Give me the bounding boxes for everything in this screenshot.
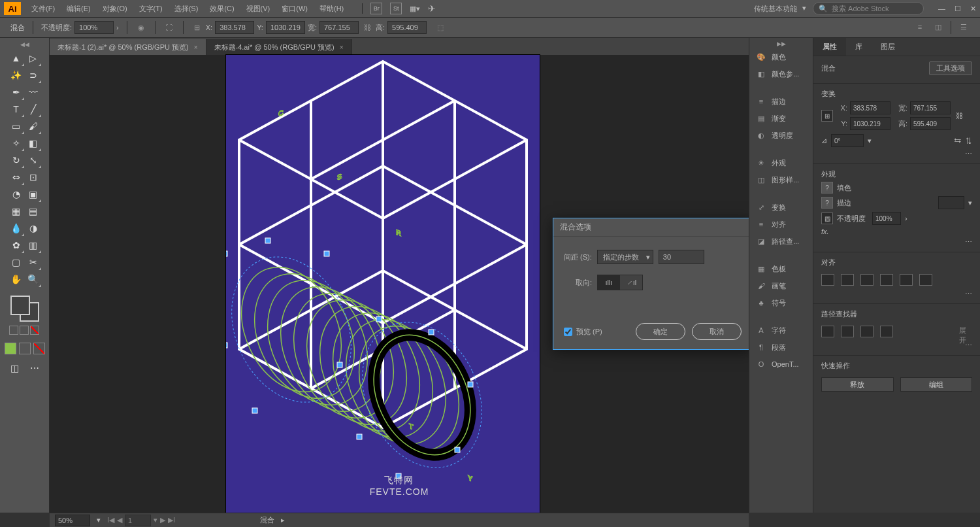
reference-point-icon[interactable]: ⊞ <box>191 22 203 33</box>
arrange-docs-icon[interactable]: ▦▾ <box>410 5 420 13</box>
angle-input[interactable]: 0° <box>831 134 864 147</box>
pathfinder-intersect-icon[interactable] <box>860 326 874 337</box>
menu-object[interactable]: 对象(O) <box>97 1 133 16</box>
window-close[interactable]: ✕ <box>970 5 976 13</box>
shear-icon[interactable]: ⬚ <box>434 22 446 33</box>
pathfinder-minus-icon[interactable] <box>841 326 854 337</box>
align-right-icon[interactable] <box>860 274 874 286</box>
spacing-value-input[interactable]: 30 <box>659 250 704 264</box>
panel-symbols[interactable]: ♣符号 <box>749 294 813 311</box>
prev-artboard-icon[interactable]: ◀ <box>117 516 122 524</box>
panel-transparency[interactable]: ◐透明度 <box>749 127 813 144</box>
last-artboard-icon[interactable]: ▶I <box>168 516 175 524</box>
draw-normal[interactable] <box>5 343 16 354</box>
panel-align[interactable]: ≡对齐 <box>749 216 813 233</box>
mesh-tool[interactable]: ▦ <box>8 203 25 220</box>
stock-icon[interactable]: St <box>390 3 402 14</box>
recolor-icon[interactable]: ◉ <box>135 22 147 33</box>
x-input[interactable]: 383.578 <box>215 21 254 34</box>
tab-properties[interactable]: 属性 <box>813 38 846 56</box>
hand-tool[interactable]: ✋ <box>8 271 25 288</box>
line-tool[interactable]: ╱ <box>25 101 42 118</box>
artboard-number-input[interactable]: 1 <box>125 515 151 526</box>
more-options-icon[interactable]: ⋯ <box>965 341 972 349</box>
scale-tool[interactable]: ⤡ <box>25 152 42 169</box>
fx-icon[interactable]: fx. <box>821 228 829 235</box>
stroke-swatch-icon[interactable]: ? <box>821 197 833 209</box>
h-input[interactable]: 595.409 <box>387 21 427 34</box>
slice-tool[interactable]: ✂ <box>25 254 42 271</box>
group-button[interactable]: 编组 <box>900 377 973 392</box>
pen-tool[interactable]: ✒ <box>8 84 25 101</box>
menu-file[interactable]: 文件(F) <box>26 1 60 16</box>
tools-collapse[interactable]: ◀◀ <box>0 41 49 48</box>
window-maximize[interactable]: ☐ <box>955 5 961 13</box>
prop-opacity-input[interactable]: 100% <box>872 212 901 225</box>
align-bottom-icon[interactable] <box>919 274 932 286</box>
panel-pathfinder[interactable]: ◪路径查... <box>749 233 813 250</box>
curvature-tool[interactable]: 〰 <box>25 84 42 101</box>
close-tab-icon[interactable]: × <box>340 44 344 51</box>
dock-collapse[interactable]: ▶▶ <box>749 41 813 48</box>
rotate-tool[interactable]: ↻ <box>8 152 25 169</box>
selection-tool[interactable]: ▲ <box>8 50 25 67</box>
menu-effect[interactable]: 效果(C) <box>204 1 239 16</box>
align-hcenter-icon[interactable] <box>841 274 854 286</box>
menu-help[interactable]: 帮助(H) <box>314 1 349 16</box>
window-minimize[interactable]: — <box>938 5 945 13</box>
pathfinder-unite-icon[interactable] <box>821 326 834 337</box>
cancel-button[interactable]: 取消 <box>692 323 742 340</box>
shape-builder-tool[interactable]: ◔ <box>8 186 25 203</box>
panel-menu-icon[interactable]: ☰ <box>958 21 970 33</box>
prop-w-input[interactable]: 767.155 <box>910 101 951 114</box>
menu-edit[interactable]: 编辑(E) <box>61 1 96 16</box>
more-options-icon[interactable]: ⋯ <box>965 238 972 246</box>
preview-checkbox[interactable]: 预览 (P) <box>564 327 602 337</box>
canvas[interactable]: 未标题-1 (2).ai* @ 50% (RGB/GPU 预览) × 未标题-4… <box>50 38 749 513</box>
stroke-weight-input[interactable] <box>938 196 964 209</box>
y-input[interactable]: 1030.219 <box>266 21 305 34</box>
artboard-chevron[interactable]: ▾ <box>154 516 157 524</box>
w-input[interactable]: 767.155 <box>319 21 359 34</box>
draw-behind[interactable] <box>19 343 31 354</box>
panel-color-guide[interactable]: ◧颜色参... <box>749 65 813 82</box>
panel-appearance[interactable]: ☀外观 <box>749 154 813 171</box>
width-tool[interactable]: ⇔ <box>8 169 25 186</box>
menu-type[interactable]: 文字(T) <box>134 1 168 16</box>
close-tab-icon[interactable]: × <box>194 44 198 51</box>
menu-window[interactable]: 窗口(W) <box>276 1 313 16</box>
free-transform-tool[interactable]: ⊡ <box>25 169 42 186</box>
panel-stroke[interactable]: ≡描边 <box>749 93 813 110</box>
lasso-tool[interactable]: ⊃ <box>25 67 42 84</box>
orient-path-icon[interactable]: ⟋ıl <box>620 275 642 290</box>
tool-options-button[interactable]: 工具选项 <box>929 61 972 75</box>
more-options-icon[interactable]: ⋯ <box>965 290 972 298</box>
menu-view[interactable]: 视图(V) <box>241 1 276 16</box>
release-button[interactable]: 释放 <box>821 377 894 392</box>
swatch-gradient[interactable] <box>20 326 29 335</box>
screen-mode[interactable]: ◫ <box>7 360 24 377</box>
direct-selection-tool[interactable]: ▷ <box>25 50 42 67</box>
pathfinder-exclude-icon[interactable] <box>880 326 893 337</box>
perspective-tool[interactable]: ▣ <box>25 186 42 203</box>
orient-page-icon[interactable]: ıllı <box>598 275 620 290</box>
fill-swatch-icon[interactable]: ? <box>821 182 833 194</box>
prop-x-input[interactable]: 383.578 <box>850 101 890 114</box>
panel-gradient[interactable]: ▤渐变 <box>749 110 813 127</box>
panel-graphic-styles[interactable]: ◫图形样... <box>749 171 813 188</box>
symbol-sprayer-tool[interactable]: ✿ <box>8 237 25 254</box>
doc-tab-1[interactable]: 未标题-1 (2).ai* @ 50% (RGB/GPU 预览) × <box>50 39 206 55</box>
eraser-tool[interactable]: ◧ <box>25 135 42 152</box>
workspace-switcher[interactable]: 传统基本功能 <box>749 3 808 15</box>
fill-stroke-swatch[interactable] <box>9 294 41 330</box>
first-artboard-icon[interactable]: I◀ <box>107 516 114 524</box>
magic-wand-tool[interactable]: ✨ <box>8 67 25 84</box>
panel-character[interactable]: A字符 <box>749 322 813 339</box>
opacity-input[interactable]: 100% <box>74 21 114 34</box>
align-icon[interactable]: ≡ <box>914 21 926 33</box>
status-chevron[interactable]: ▸ <box>281 516 285 524</box>
panel-paragraph[interactable]: ¶段落 <box>749 339 813 356</box>
rectangle-tool[interactable]: ▭ <box>8 118 25 135</box>
align-vcenter-icon[interactable] <box>900 274 913 286</box>
swatch-none[interactable] <box>30 326 39 335</box>
